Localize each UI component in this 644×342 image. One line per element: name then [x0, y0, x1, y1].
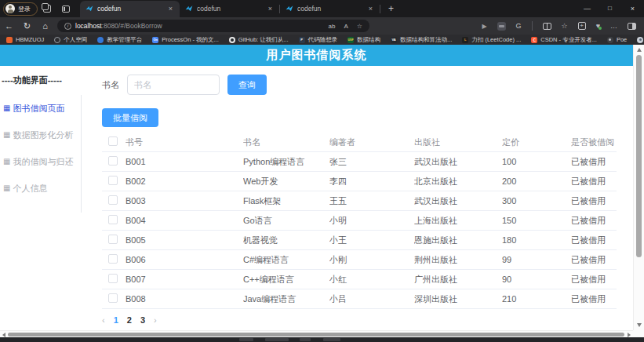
translate-icon[interactable]: ab [329, 23, 336, 30]
tab-2[interactable]: codefun × [180, 1, 279, 17]
bookmark-teaching-platform[interactable]: 教学管理平台 [97, 36, 142, 44]
sidebar: ----功能界面----- ▦ 图书借阅页面 ▦ 数据图形化分析 ▦ 我的借阅与 [0, 66, 93, 330]
table-row[interactable]: B002 Web开发 李四 北京出版社 200 已被借用 [102, 172, 617, 191]
row-checkbox[interactable] [108, 293, 118, 303]
table-row[interactable]: B007 C++编程语言 小红 广州出版社 90 已被借用 [102, 270, 617, 289]
page-viewport: 用户图书借阅系统 ----功能界面----- ▦ 图书借阅页面 ▦ 数据图形化分… [0, 45, 644, 337]
query-button[interactable]: 查询 [227, 75, 267, 95]
row-checkbox[interactable] [108, 156, 118, 166]
split-screen-icon[interactable] [543, 23, 551, 30]
cell-price: 100 [502, 157, 571, 166]
bookmark-github[interactable]: GitHub: 让我们从... [229, 36, 289, 44]
maximize-button[interactable]: □ [599, 0, 621, 17]
extension-play-icon[interactable]: ▶ [482, 23, 486, 30]
bookmark-visualgo[interactable]: VA数据结构和算法动... [391, 36, 452, 44]
sidebar-item-label: 图书借阅页面 [13, 103, 64, 115]
minimize-button[interactable]: — [576, 0, 599, 17]
vertical-scrollbar[interactable] [633, 45, 644, 330]
page-number-3[interactable]: 3 [140, 315, 145, 325]
read-aloud-icon[interactable]: A [344, 23, 347, 30]
horizontal-scroll-thumb[interactable] [8, 333, 624, 337]
cell-book-id: B005 [126, 235, 243, 245]
col-author: 编著者 [329, 136, 414, 148]
cell-book-id: B006 [126, 255, 243, 264]
new-tab-button[interactable]: + [380, 3, 402, 14]
web-page: 用户图书借阅系统 ----功能界面----- ▦ 图书借阅页面 ▦ 数据图形化分… [0, 45, 633, 330]
table-row[interactable]: B008 Java编程语言 小吕 深圳出版社 210 已被借用 [102, 289, 617, 309]
tab-close-icon[interactable]: × [367, 5, 374, 13]
bookmark-data-structure[interactable]: USF数据结构 [347, 36, 380, 44]
extension-dark-icon[interactable] [497, 22, 506, 31]
row-checkbox[interactable] [108, 215, 118, 224]
tab-close-icon[interactable]: × [167, 5, 174, 13]
bookmark-personal-space[interactable]: 个人空间 [54, 36, 87, 44]
taskbar-icon-sliver [265, 338, 289, 341]
table-row[interactable]: B004 Go语言 小明 上海出版社 150 已被借用 [102, 211, 617, 231]
settings-more-icon[interactable]: … [610, 22, 617, 30]
profile-button[interactable]: 登录 [3, 2, 38, 16]
address-bar[interactable]: i localhost:8080/#/BookBorrow ab A ☆ [57, 20, 369, 32]
sidebar-item-personal-info[interactable]: ▦ 个人信息 [0, 175, 81, 202]
bookmark-processon[interactable]: OnProcessOn - 我的文... [152, 36, 219, 44]
col-book-id: 书号 [126, 136, 243, 148]
extension-g-icon[interactable]: G [516, 22, 522, 30]
workspaces-icon[interactable] [43, 5, 51, 13]
close-button[interactable]: × [621, 0, 644, 17]
horizontal-scrollbar[interactable] [0, 330, 633, 337]
row-checkbox[interactable] [108, 176, 118, 185]
tab-3[interactable]: codefun × [280, 1, 380, 17]
row-checkbox[interactable] [108, 274, 118, 283]
row-checkbox[interactable] [108, 235, 118, 244]
bookmark-csdn[interactable]: CCSDN - 专业开发者... [531, 36, 597, 44]
vertical-scroll-thumb[interactable] [636, 55, 642, 257]
collections-icon[interactable]: + [578, 22, 586, 30]
bookmark-leetcode[interactable]: L力扣 (LeetCode) ... [462, 36, 521, 44]
cell-borrow-status: 已被借用 [571, 195, 617, 207]
table-row[interactable]: B006 C#编程语言 小刚 荆州出版社 99 已被借用 [102, 250, 617, 270]
sidebar-item-data-analysis[interactable]: ▦ 数据图形化分析 [0, 122, 81, 148]
sidebar-toggle-icon[interactable] [628, 23, 636, 30]
browser-essentials-icon[interactable]: ♥ [596, 22, 600, 30]
page-number-2[interactable]: 2 [127, 315, 132, 325]
book-name-label: 书名 [102, 79, 119, 91]
site-info-icon[interactable]: i [64, 23, 71, 30]
tab-1[interactable]: codefun × [80, 1, 180, 17]
bookmark-poe[interactable]: Poe [607, 36, 627, 43]
taskbar-edge [0, 337, 644, 342]
table-row[interactable]: B001 Python编程语言 张三 武汉出版社 100 已被借用 [102, 152, 617, 172]
page-next-icon[interactable]: › [154, 315, 157, 325]
bookmark-coder-box[interactable]: 程序员盒子 (coderu... [637, 36, 644, 44]
table-row[interactable]: B005 机器视觉 小王 恩施出版社 180 已被借用 [102, 231, 617, 250]
tab-close-icon[interactable]: × [267, 5, 274, 13]
page-number-1[interactable]: 1 [114, 315, 118, 325]
bookmark-favicon: On [152, 37, 158, 43]
favorite-star-icon[interactable]: ☆ [357, 23, 362, 30]
book-name-input[interactable] [127, 75, 220, 95]
select-all-checkbox[interactable] [108, 136, 118, 146]
row-checkbox[interactable] [108, 254, 118, 264]
bookmark-favicon: P [299, 37, 305, 43]
page-header: 用户图书借阅系统 [0, 45, 633, 66]
scroll-up-icon[interactable] [637, 48, 642, 52]
home-icon[interactable]: ⌂ [36, 21, 54, 31]
vertical-tabs-icon[interactable] [62, 5, 70, 13]
bookmark-hbmzuoj[interactable]: HBMZUOJ [6, 36, 44, 43]
refresh-icon[interactable]: ↻ [18, 21, 36, 31]
page-prev-icon[interactable]: ‹ [102, 315, 105, 325]
cell-price: 90 [502, 275, 571, 284]
table-row[interactable]: B003 Flask框架 王五 武汉出版社 300 已被借用 [102, 191, 617, 211]
back-icon[interactable]: ← [0, 21, 18, 31]
sidebar-item-book-borrow[interactable]: ▦ 图书借阅页面 [0, 95, 81, 122]
batch-borrow-button[interactable]: 批量借阅 [102, 108, 158, 127]
cell-author: 王五 [329, 195, 414, 207]
bookmark-daima-suixianglu[interactable]: P代码随想录 [299, 36, 338, 44]
scroll-down-icon[interactable] [637, 323, 642, 327]
cell-book-id: B004 [126, 216, 243, 225]
cell-publisher: 北京出版社 [414, 176, 502, 187]
sidebar-item-my-borrow-return[interactable]: ▦ 我的借阅与归还 [0, 148, 81, 175]
row-checkbox[interactable] [108, 195, 118, 205]
favorites-icon[interactable]: ☆ [562, 22, 568, 30]
cell-author: 小明 [329, 215, 414, 227]
col-book-name: 书名 [243, 136, 329, 148]
tab-title: codefun [297, 5, 363, 13]
